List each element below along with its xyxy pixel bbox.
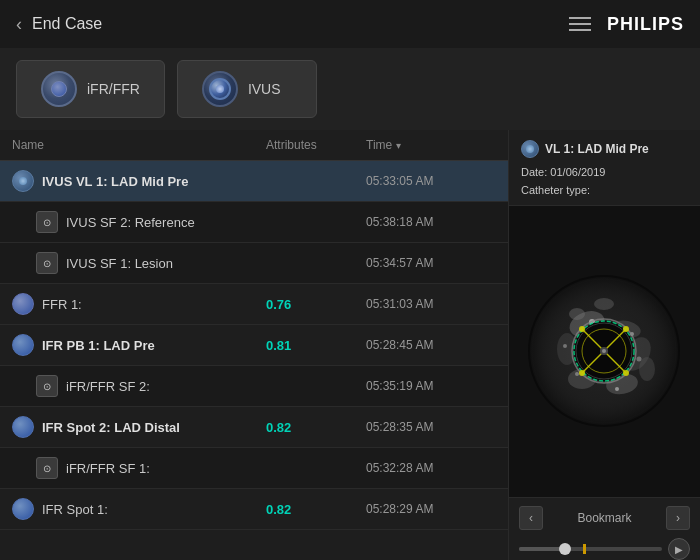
ifr-ffr-button[interactable]: iFR/FFR [16,60,165,118]
table-panel: Name Attributes Time ▾ IVUS VL 1: LAD Mi… [0,130,508,560]
ivus-button[interactable]: IVUS [177,60,317,118]
row-time-cell: 05:38:18 AM [366,215,496,229]
main-content: Name Attributes Time ▾ IVUS VL 1: LAD Mi… [0,130,700,560]
svg-point-30 [602,349,606,353]
svg-point-28 [623,370,629,376]
row-name-cell: ⊙ IVUS SF 1: Lesion [36,252,266,274]
row-name-cell: ⊙ iFR/FFR SF 1: [36,457,266,479]
svg-point-14 [637,357,642,362]
svg-point-25 [579,326,585,332]
ifr-row-icon [12,498,34,520]
ivus-label: IVUS [248,81,281,97]
preview-meta: Date: 01/06/2019 Catheter type: [521,164,688,199]
row-time-cell: 05:35:19 AM [366,379,496,393]
svg-point-26 [623,326,629,332]
ifr-row-icon [12,416,34,438]
table-row[interactable]: ⊙ iFR/FFR SF 1: 05:32:28 AM [0,448,508,489]
prev-button[interactable]: ‹ [519,506,543,530]
slider-thumb[interactable] [559,543,571,555]
row-attr-cell: 0.82 [266,502,366,517]
camera-icon: ⊙ [36,211,58,233]
row-time-cell: 05:28:35 AM [366,420,496,434]
row-time-cell: 05:31:03 AM [366,297,496,311]
table-row[interactable]: FFR 1: 0.76 05:31:03 AM [0,284,508,325]
header-right: PHILIPS [569,14,684,35]
table-row[interactable]: IFR Spot 1: 0.82 05:28:29 AM [0,489,508,530]
back-button[interactable]: ‹ [16,14,22,35]
col-attributes: Attributes [266,138,366,152]
slider-row: ▶ [519,538,690,560]
ivus-svg [527,274,682,429]
preview-controls: ‹ Bookmark › ▶ [509,497,700,560]
svg-point-9 [569,308,585,320]
preview-panel: VL 1: LAD Mid Pre Date: 01/06/2019 Cathe… [508,130,700,560]
preview-image [509,206,700,497]
row-name-cell: ⊙ IVUS SF 2: Reference [36,211,266,233]
bookmark-row: ‹ Bookmark › [519,506,690,530]
row-time-cell: 05:28:29 AM [366,502,496,516]
next-button[interactable]: › [666,506,690,530]
camera-icon: ⊙ [36,252,58,274]
table-row[interactable]: IFR Spot 2: LAD Distal 0.82 05:28:35 AM [0,407,508,448]
ffr-row-icon [12,293,34,315]
ivus-icon [202,71,238,107]
row-time-cell: 05:33:05 AM [366,174,496,188]
preview-ivus-icon [521,140,539,158]
slider-fill [519,547,562,551]
slider-marker [583,544,586,554]
svg-point-11 [639,357,655,381]
row-name-cell: IFR PB 1: LAD Pre [12,334,266,356]
philips-logo: PHILIPS [607,14,684,35]
table-row[interactable]: IFR PB 1: LAD Pre 0.81 05:28:45 AM [0,325,508,366]
play-button[interactable]: ▶ [668,538,690,560]
timeline-slider[interactable] [519,547,662,551]
table-row[interactable]: ⊙ iFR/FFR SF 2: 05:35:19 AM [0,366,508,407]
svg-point-27 [579,370,585,376]
header-left: ‹ End Case [16,14,102,35]
ivus-row-icon [12,170,34,192]
svg-point-15 [615,387,619,391]
row-attr-cell: 0.81 [266,338,366,353]
ifr-row-icon [12,334,34,356]
preview-title-row: VL 1: LAD Mid Pre [521,140,688,158]
col-time[interactable]: Time ▾ [366,138,496,152]
col-name: Name [12,138,266,152]
bookmark-label: Bookmark [577,511,631,525]
chevron-down-icon: ▾ [396,140,401,151]
ifr-ffr-label: iFR/FFR [87,81,140,97]
row-name-cell: ⊙ iFR/FFR SF 2: [36,375,266,397]
row-time-cell: 05:32:28 AM [366,461,496,475]
row-name-cell: IFR Spot 2: LAD Distal [12,416,266,438]
preview-title: VL 1: LAD Mid Pre [545,142,649,156]
camera-icon: ⊙ [36,457,58,479]
svg-point-16 [575,372,579,376]
table-row[interactable]: IVUS VL 1: LAD Mid Pre 05:33:05 AM [0,161,508,202]
row-attr-cell: 0.82 [266,420,366,435]
row-name-cell: FFR 1: [12,293,266,315]
row-name-cell: IFR Spot 1: [12,498,266,520]
row-attr-cell: 0.76 [266,297,366,312]
menu-icon[interactable] [569,17,591,31]
header: ‹ End Case PHILIPS [0,0,700,48]
camera-icon: ⊙ [36,375,58,397]
svg-point-17 [563,344,567,348]
table-row[interactable]: ⊙ IVUS SF 1: Lesion 05:34:57 AM [0,243,508,284]
mode-bar: iFR/FFR IVUS [0,48,700,130]
preview-header: VL 1: LAD Mid Pre Date: 01/06/2019 Cathe… [509,130,700,206]
row-time-cell: 05:34:57 AM [366,256,496,270]
ivus-inner-icon [209,78,231,100]
page-title: End Case [32,15,102,33]
svg-point-10 [594,298,614,310]
row-name-cell: IVUS VL 1: LAD Mid Pre [12,170,266,192]
row-time-cell: 05:28:45 AM [366,338,496,352]
table-row[interactable]: ⊙ IVUS SF 2: Reference 05:38:18 AM [0,202,508,243]
ifr-icon [41,71,77,107]
table-header: Name Attributes Time ▾ [0,130,508,161]
